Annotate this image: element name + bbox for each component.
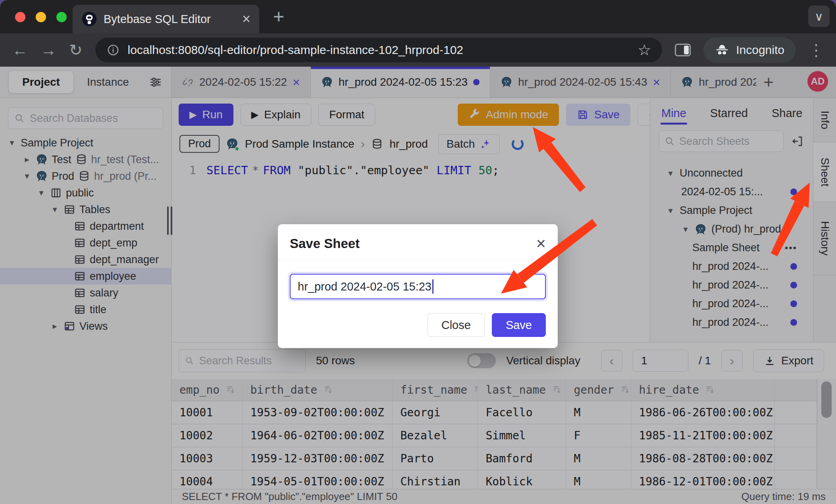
- site-info-icon[interactable]: [106, 43, 120, 57]
- browser-tab-strip: Bytebase SQL Editor × + ∨: [0, 0, 836, 33]
- window-zoom-button[interactable]: [56, 12, 67, 22]
- browser-toolbar: ← → ↻ localhost:8080/sql-editor/prod-sam…: [0, 33, 836, 67]
- browser-window: Bytebase SQL Editor × + ∨ ← → ↻ localhos…: [0, 0, 836, 504]
- url-text: localhost:8080/sql-editor/prod-sample-in…: [128, 43, 630, 57]
- incognito-label: Incognito: [736, 43, 784, 57]
- dialog-title: Save Sheet: [290, 236, 360, 251]
- bookmark-star-icon[interactable]: ☆: [638, 41, 651, 59]
- window-controls: [15, 12, 67, 22]
- dialog-header: Save Sheet ×: [290, 235, 546, 252]
- dialog-save-button[interactable]: Save: [492, 313, 546, 337]
- address-bar[interactable]: localhost:8080/sql-editor/prod-sample-in…: [95, 38, 663, 62]
- browser-tab-close-icon[interactable]: ×: [242, 12, 250, 26]
- dialog-actions: Close Save: [290, 313, 546, 337]
- save-sheet-dialog: Save Sheet × hr_prod 2024-02-05 15:23 Cl…: [278, 224, 558, 348]
- incognito-icon: [715, 42, 730, 58]
- browser-menu-icon[interactable]: ⋮: [808, 42, 824, 58]
- back-button[interactable]: ←: [12, 42, 28, 58]
- bytebase-favicon-icon: [81, 11, 97, 27]
- tab-search-chevron-button[interactable]: ∨: [808, 6, 830, 27]
- incognito-badge: Incognito: [703, 37, 796, 63]
- text-caret: [432, 279, 433, 294]
- close-button[interactable]: Close: [428, 313, 485, 337]
- sheet-name-input[interactable]: hr_prod 2024-02-05 15:23: [290, 274, 546, 299]
- screenshot-root: Bytebase SQL Editor × + ∨ ← → ↻ localhos…: [0, 0, 836, 504]
- sheet-name-value: hr_prod 2024-02-05 15:23: [298, 280, 431, 293]
- browser-tab[interactable]: Bytebase SQL Editor ×: [73, 5, 259, 33]
- side-panel-icon[interactable]: [675, 44, 691, 56]
- window-close-button[interactable]: [15, 12, 25, 22]
- new-tab-button[interactable]: +: [273, 7, 284, 26]
- dialog-divider: [278, 260, 558, 260]
- browser-tab-title: Bytebase SQL Editor: [104, 13, 236, 26]
- dialog-close-icon[interactable]: ×: [536, 235, 546, 252]
- window-minimize-button[interactable]: [36, 12, 46, 22]
- reload-button[interactable]: ↻: [69, 42, 83, 58]
- forward-button[interactable]: →: [40, 42, 56, 58]
